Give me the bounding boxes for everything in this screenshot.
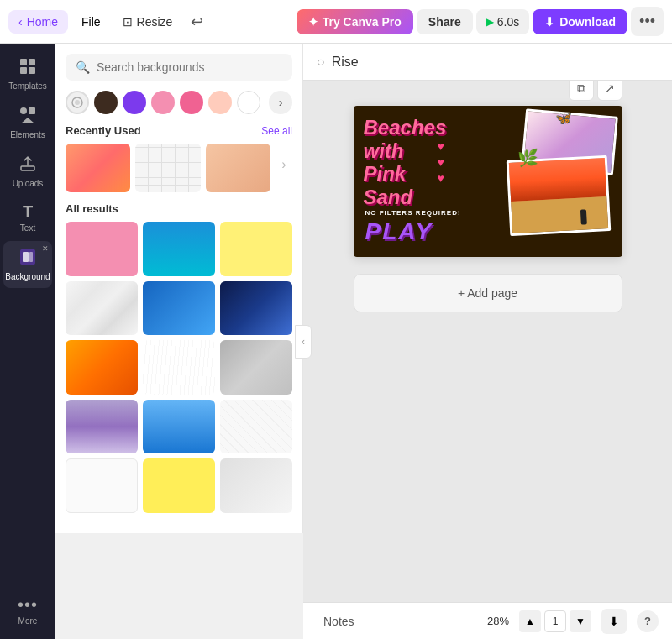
svg-rect-5 — [29, 107, 35, 114]
canvas-title-icon: ○ — [317, 55, 325, 70]
bg-thumb-yellow[interactable] — [220, 222, 292, 276]
recent-thumb-1[interactable] — [66, 144, 130, 192]
canvas-card[interactable]: BeacheswithPinkSand ♥ ♥ ♥ — [354, 106, 622, 257]
more-options-button[interactable]: ••• — [631, 7, 664, 36]
search-input[interactable] — [97, 60, 282, 74]
timer-display: ▶ 6.0s — [476, 9, 529, 34]
share-card-button[interactable]: ↗ — [597, 81, 622, 101]
close-background-icon[interactable]: ✕ — [42, 244, 49, 253]
sidebar-item-more[interactable]: ••• More — [3, 589, 52, 632]
top-navigation: ‹ Home File ⊡ Resize ↩ ✦ Try Canva Pro S… — [0, 0, 672, 44]
bg-thumb-wood[interactable] — [143, 340, 215, 395]
recently-used-grid: › — [66, 144, 292, 192]
home-button[interactable]: ‹ Home — [8, 10, 68, 34]
hearts-decoration: ♥ ♥ ♥ — [438, 139, 444, 185]
page-up-button[interactable]: ▲ — [519, 610, 541, 632]
canvas-topbar: ○ Rise — [303, 44, 672, 81]
bg-thumb-yellow2[interactable] — [143, 458, 215, 513]
bg-thumb-pink[interactable] — [66, 222, 138, 276]
bg-thumb-marble[interactable] — [66, 281, 138, 336]
more-icon: ••• — [18, 596, 38, 613]
help-button[interactable]: ? — [637, 610, 659, 632]
share-label: Share — [428, 15, 461, 29]
recently-used-scroll-right[interactable]: › — [276, 157, 292, 179]
add-page-button[interactable]: + Add page — [354, 274, 622, 312]
search-box: 🔍 — [66, 54, 292, 81]
svg-marker-6 — [21, 118, 34, 123]
sidebar-item-templates[interactable]: Templates — [3, 50, 52, 97]
uploads-label: Uploads — [13, 179, 44, 188]
duplicate-button[interactable]: ⧉ — [569, 81, 594, 101]
play-icon: ▶ — [486, 16, 494, 28]
all-results-header: All results — [66, 202, 292, 215]
home-label: Home — [27, 15, 58, 29]
color-picker-swatch[interactable] — [66, 91, 89, 114]
canvas-card-wrapper: ⧉ ↗ BeacheswithPinkSand ♥ ♥ ♥ — [354, 106, 622, 257]
color-swatch-white[interactable] — [237, 91, 260, 114]
svg-rect-9 — [23, 252, 29, 262]
sidebar-item-text[interactable]: T Text — [3, 196, 52, 239]
elements-icon — [18, 106, 37, 127]
canvas-scroll[interactable]: ⧉ ↗ BeacheswithPinkSand ♥ ♥ ♥ — [303, 81, 672, 602]
file-label: File — [81, 15, 101, 29]
color-swatch-peach[interactable] — [208, 91, 232, 114]
resize-button[interactable]: ⊡ Resize — [114, 10, 181, 34]
bg-thumb-blue-teal[interactable] — [143, 222, 215, 276]
more-label: More — [18, 616, 38, 626]
bottom-bar: Notes 28% ▲ 1 ▼ ⬇ ? — [303, 602, 672, 639]
panel-scroll-area: Recently Used See all › All results — [55, 121, 302, 533]
timer-value: 6.0s — [497, 15, 519, 29]
design-text-beaches: BeacheswithPinkSand — [364, 116, 447, 208]
flower-decoration: 🌿 — [517, 148, 538, 168]
bg-thumb-light-gray[interactable] — [220, 458, 292, 513]
see-all-link[interactable]: See all — [261, 125, 292, 137]
resize-icon: ⊡ — [123, 15, 133, 29]
text-icon: T — [23, 203, 33, 220]
svg-rect-3 — [29, 67, 35, 74]
main-layout: Templates Elements Uploads T — [0, 44, 672, 639]
canvas-area: ○ Rise ⧉ ↗ BeacheswithPinkSand — [303, 44, 672, 639]
background-icon — [18, 248, 37, 269]
bg-thumb-blue-gradient[interactable] — [143, 281, 215, 336]
download-button[interactable]: ⬇ Download — [533, 9, 627, 34]
recent-thumb-3[interactable] — [206, 144, 270, 192]
bg-thumb-lavender[interactable] — [66, 400, 138, 454]
color-swatch-purple[interactable] — [123, 91, 146, 114]
bg-thumb-sunset[interactable] — [66, 340, 138, 395]
sidebar-item-background[interactable]: ✕ Background — [3, 241, 52, 288]
try-pro-label: Try Canva Pro — [323, 15, 402, 29]
bottom-download-button[interactable]: ⬇ — [601, 609, 627, 634]
file-button[interactable]: File — [71, 10, 111, 34]
svg-rect-10 — [29, 252, 33, 262]
sidebar-item-elements[interactable]: Elements — [3, 99, 52, 146]
bg-thumb-white2[interactable] — [66, 458, 138, 513]
undo-button[interactable]: ↩ — [184, 8, 210, 36]
color-swatch-brown[interactable] — [94, 91, 118, 114]
try-pro-button[interactable]: ✦ Try Canva Pro — [297, 9, 413, 34]
photo-collage — [481, 113, 616, 250]
panel-collapse-handle[interactable]: ‹ — [295, 325, 312, 359]
svg-rect-1 — [29, 59, 35, 65]
share-button[interactable]: Share — [417, 9, 473, 34]
notes-label: Notes — [323, 615, 354, 628]
color-scroll-right-button[interactable]: › — [269, 91, 292, 114]
zoom-level: 28% — [487, 615, 509, 627]
bg-thumb-white-texture[interactable] — [220, 400, 292, 454]
bg-thumb-cloudy[interactable] — [220, 340, 292, 395]
bg-thumb-sky-blue[interactable] — [143, 400, 215, 454]
svg-rect-7 — [21, 166, 34, 170]
svg-rect-2 — [20, 67, 27, 74]
notes-button[interactable]: Notes — [317, 611, 361, 631]
no-filters-text: NO FILTERS REQUIRED! — [365, 209, 461, 217]
sidebar-item-uploads[interactable]: Uploads — [3, 148, 52, 195]
color-swatch-coral[interactable] — [180, 91, 203, 114]
page-down-button[interactable]: ▼ — [570, 610, 591, 632]
color-swatch-pink[interactable] — [151, 91, 175, 114]
all-results-grid — [66, 222, 292, 513]
bg-thumb-blue-dark[interactable] — [220, 281, 292, 336]
download-icon: ⬇ — [544, 15, 554, 29]
search-icon: 🔍 — [76, 60, 90, 74]
recent-thumb-2[interactable] — [135, 144, 200, 192]
color-filter-row: › — [55, 87, 302, 121]
uploads-icon — [18, 155, 37, 175]
